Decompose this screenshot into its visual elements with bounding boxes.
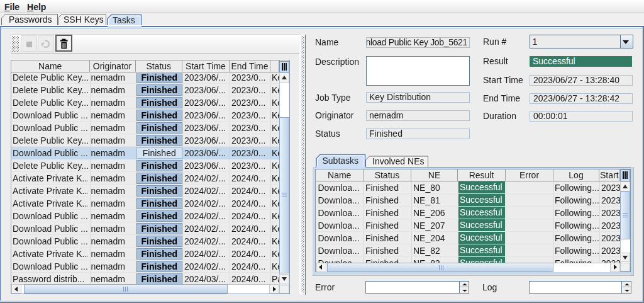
svg-text:Passwords: Passwords xyxy=(9,14,52,25)
svg-text:SSH Keys: SSH Keys xyxy=(64,14,104,25)
svg-text:Tasks: Tasks xyxy=(113,15,135,25)
svg-text:Involved NEs: Involved NEs xyxy=(372,156,424,166)
svg-text:Subtasks: Subtasks xyxy=(323,156,359,166)
